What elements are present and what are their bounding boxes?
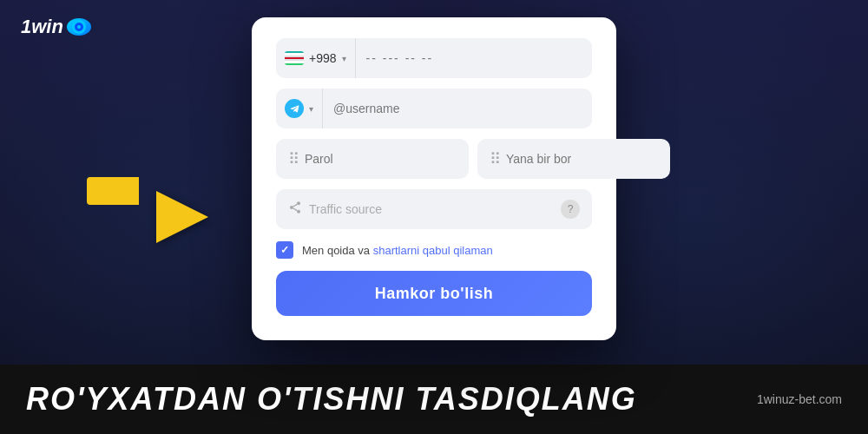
logo-text: 1win xyxy=(21,16,63,38)
confirm-password-input[interactable] xyxy=(506,152,658,166)
telegram-chevron-icon: ▾ xyxy=(309,104,313,114)
password-input[interactable] xyxy=(305,152,457,166)
password-field: ⠿ xyxy=(276,139,469,179)
share-icon xyxy=(288,201,302,218)
confirm-password-field: ⠿ xyxy=(477,139,670,179)
svg-line-7 xyxy=(293,204,298,207)
logo-icon xyxy=(67,18,91,36)
traffic-source-label: Traffic source xyxy=(309,202,554,216)
telegram-input[interactable] xyxy=(323,102,592,115)
password-icon: ⠿ xyxy=(288,149,298,168)
phone-input[interactable] xyxy=(356,51,592,65)
bottom-title: RO'YXATDAN O'TISHNI TASDIQLANG xyxy=(26,381,637,418)
chevron-down-icon: ▾ xyxy=(342,54,346,63)
confirm-password-icon: ⠿ xyxy=(490,149,499,168)
phone-row: +998 ▾ xyxy=(276,38,592,78)
logo: 1win xyxy=(21,16,91,38)
help-icon[interactable]: ? xyxy=(561,200,580,219)
submit-button[interactable]: Hamkor bo'lish xyxy=(276,271,592,316)
terms-checkbox[interactable]: ✓ xyxy=(276,241,293,259)
svg-point-5 xyxy=(297,210,300,214)
password-row: ⠿ ⠿ xyxy=(276,139,592,179)
telegram-row: ▾ xyxy=(276,89,592,128)
bottom-banner: RO'YXATDAN O'TISHNI TASDIQLANG 1winuz-be… xyxy=(0,365,868,434)
traffic-source-selector[interactable]: Traffic source ? xyxy=(276,189,592,229)
uzbekistan-flag xyxy=(285,51,304,65)
arrow-indicator xyxy=(156,191,260,243)
svg-point-4 xyxy=(290,206,293,209)
arrow-body xyxy=(87,177,139,205)
arrow-head xyxy=(156,191,208,243)
telegram-prefix-selector[interactable]: ▾ xyxy=(276,89,323,128)
svg-point-3 xyxy=(297,201,300,205)
registration-modal: +998 ▾ ▾ ⠿ ⠿ xyxy=(252,17,616,340)
svg-line-6 xyxy=(293,208,298,211)
terms-link[interactable]: shartlarni qabul qilaman xyxy=(373,244,493,257)
terms-row: ✓ Men qoida va shartlarni qabul qilaman xyxy=(276,241,592,259)
phone-country-code: +998 xyxy=(309,51,337,65)
svg-point-2 xyxy=(77,25,81,29)
bottom-url: 1winuz-bet.com xyxy=(757,392,842,406)
terms-text: Men qoida va shartlarni qabul qilaman xyxy=(302,244,493,257)
checkmark-icon: ✓ xyxy=(280,244,289,256)
telegram-icon xyxy=(285,99,304,118)
phone-prefix-selector[interactable]: +998 ▾ xyxy=(276,38,356,78)
